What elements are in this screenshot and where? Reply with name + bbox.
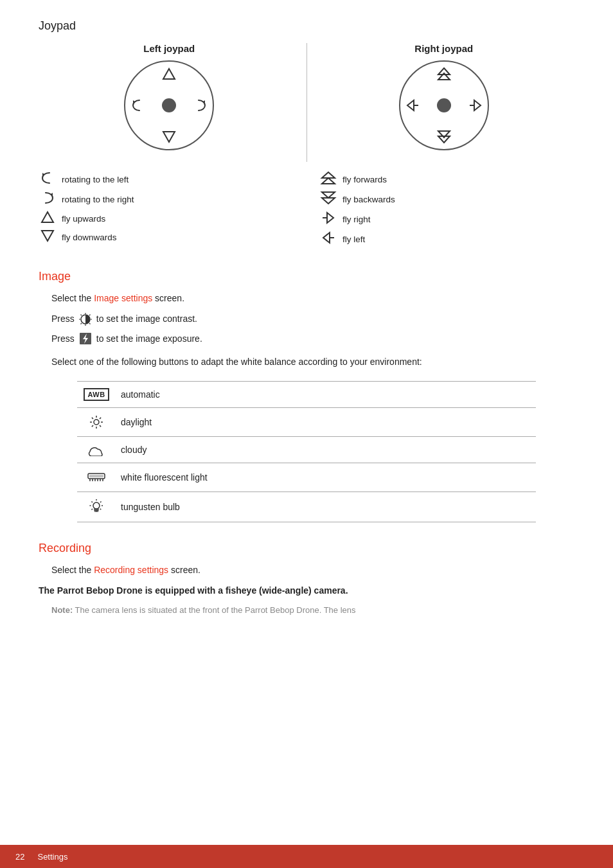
svg-line-42 [100, 417, 101, 418]
fly-forward-icon [319, 171, 337, 188]
white-balance-table: AWB automatic [77, 381, 536, 522]
svg-marker-22 [323, 233, 330, 243]
press-contrast-line: Press to set the image contras [39, 312, 574, 326]
legend-item-fly-up: fly upwards [39, 211, 294, 227]
legend-columns: rotating to the left rotating to the rig… [39, 168, 574, 251]
contrast-icon [78, 312, 93, 326]
left-left-arrow [130, 98, 146, 113]
image-select-text: Select the Image settings screen. [39, 291, 574, 305]
joypad-heading: Joypad [39, 19, 574, 33]
left-legend-list: rotating to the left rotating to the rig… [39, 171, 294, 245]
recording-section: Recording Select the Recording settings … [39, 542, 574, 618]
wb-row-tungsten: tungusten bulb [77, 492, 536, 522]
right-joypad-title: Right joypad [414, 43, 473, 54]
wb-label-auto: automatic [121, 389, 160, 400]
left-right-arrow [192, 98, 208, 113]
fly-left-icon [319, 231, 337, 248]
right-top-arrow [436, 67, 452, 81]
exposure-icon [78, 332, 93, 346]
fly-right-icon [319, 211, 337, 228]
svg-point-35 [94, 420, 99, 425]
left-joypad-title: Left joypad [143, 43, 195, 54]
svg-line-40 [92, 417, 93, 418]
legend-text-rotate-left: rotating to the left [62, 175, 129, 184]
recording-heading: Recording [39, 542, 574, 555]
right-legend-list: fly forwards fly backwards [319, 171, 574, 248]
svg-marker-0 [163, 69, 175, 79]
footer-page-number: 22 [15, 852, 24, 862]
wb-label-cloudy: cloudy [121, 445, 147, 455]
legend-text-fly-forward: fly forwards [342, 175, 387, 184]
fluorescent-icon [85, 470, 108, 485]
wb-label-fluorescent: white fluorescent light [121, 472, 208, 483]
image-settings-link[interactable]: Image settings [94, 293, 152, 303]
fly-backward-icon [319, 191, 337, 208]
svg-marker-10 [474, 100, 481, 111]
svg-rect-45 [89, 475, 103, 477]
svg-marker-15 [42, 231, 53, 241]
svg-marker-20 [327, 213, 333, 223]
legend-item-fly-forward: fly forwards [319, 171, 574, 188]
wb-label-tungsten: tungusten bulb [121, 502, 180, 512]
svg-marker-16 [322, 172, 335, 178]
svg-line-31 [89, 314, 91, 315]
cloud-icon [85, 443, 108, 456]
svg-line-29 [80, 314, 82, 315]
fly-up-icon [39, 211, 57, 227]
footer-bar: 22 Settings [0, 845, 613, 868]
right-legend: fly forwards fly backwards [300, 168, 574, 251]
svg-marker-14 [42, 212, 53, 222]
right-center-dot [437, 98, 451, 112]
svg-marker-17 [322, 178, 335, 184]
legend-item-rotate-left: rotating to the left [39, 171, 294, 188]
recording-bold-line: The Parrot Bebop Drone is equipped with … [39, 583, 574, 598]
white-balance-description: Select one of the following buttons to a… [39, 355, 574, 369]
svg-marker-18 [322, 198, 335, 204]
svg-line-58 [100, 508, 102, 509]
legend-item-rotate-right: rotating to the right [39, 191, 294, 208]
wb-row-awb: AWB automatic [77, 382, 536, 408]
right-joypad-column: Right joypad [306, 43, 575, 162]
footer-section-label: Settings [37, 852, 67, 862]
legend-text-fly-right: fly right [342, 215, 371, 224]
legend-text-rotate-right: rotating to the right [62, 195, 134, 204]
joypad-section: Joypad Left joypad [39, 19, 574, 251]
right-joypad-circle [399, 60, 489, 150]
right-left-arrow [405, 98, 420, 112]
wb-label-daylight: daylight [121, 417, 152, 427]
tungsten-icon [85, 499, 108, 515]
recording-select-text: Select the Recording settings screen. [39, 563, 574, 577]
legend-item-fly-backward: fly backwards [319, 191, 574, 208]
legend-text-fly-down: fly downwards [62, 233, 117, 242]
svg-marker-19 [322, 192, 335, 198]
legend-item-fly-right: fly right [319, 211, 574, 228]
svg-line-30 [89, 323, 91, 324]
left-center-dot [162, 98, 176, 112]
left-top-arrow [162, 67, 176, 81]
right-bottom-arrow [436, 130, 452, 144]
rotate-right-icon [39, 191, 57, 208]
image-section: Image Select the Image settings screen. … [39, 270, 574, 522]
recording-settings-link[interactable]: Recording settings [94, 565, 168, 575]
left-bottom-arrow [162, 130, 176, 144]
svg-line-57 [92, 501, 93, 502]
svg-marker-8 [407, 100, 414, 111]
legend-item-fly-down: fly downwards [39, 229, 294, 245]
right-right-arrow [468, 98, 483, 112]
svg-line-60 [92, 508, 93, 509]
left-joypad-circle [124, 60, 214, 150]
svg-line-41 [100, 425, 101, 427]
right-circle-bg [399, 60, 489, 150]
legend-text-fly-left: fly left [342, 235, 365, 244]
image-heading: Image [39, 270, 574, 283]
wb-row-fluorescent: white fluorescent light [77, 463, 536, 492]
legend-text-fly-backward: fly backwards [342, 195, 395, 204]
left-legend: rotating to the left rotating to the rig… [39, 168, 294, 251]
awb-icon: AWB [85, 388, 108, 401]
svg-line-32 [80, 323, 82, 324]
legend-text-fly-up: fly upwards [62, 214, 105, 224]
legend-item-fly-left: fly left [319, 231, 574, 248]
svg-marker-1 [163, 132, 175, 142]
svg-point-52 [93, 502, 100, 509]
recording-note: Note: The camera lens is situated at the… [39, 604, 574, 617]
